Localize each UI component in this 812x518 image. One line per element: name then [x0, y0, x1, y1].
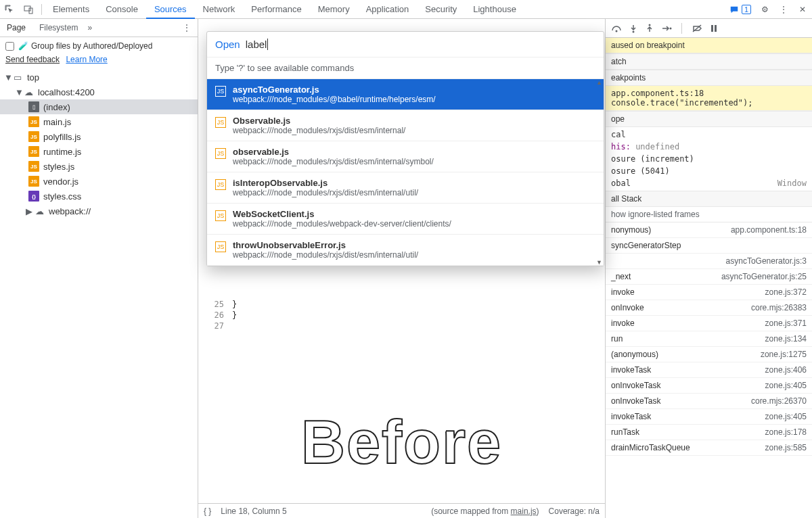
open-file-palette: Open label Type '?' to see available com…: [206, 31, 604, 266]
svg-point-4: [649, 24, 651, 26]
line-gutter: 25 26 27: [198, 295, 228, 331]
stack-frame[interactable]: (anonymous)zone.js:1275: [606, 347, 812, 362]
scope-body: cal his: undefined osure (increment) osu…: [606, 127, 812, 191]
palette-search-row[interactable]: Open label: [207, 32, 604, 57]
device-toggle-icon[interactable]: [19, 0, 38, 18]
palette-result[interactable]: JS Observable.jswebpack:///node_modules/…: [207, 110, 604, 141]
stack-frame[interactable]: invokezone.js:371: [606, 316, 812, 331]
watch-header[interactable]: atch: [606, 53, 812, 70]
tree-file-vendor[interactable]: JSvendor.js: [0, 174, 198, 189]
tab-elements[interactable]: Elements: [45, 0, 97, 18]
stack-frame[interactable]: onInvokecore.mjs:26383: [606, 300, 812, 316]
mapped-file-link[interactable]: main.js: [511, 507, 537, 516]
svg-point-3: [633, 30, 635, 32]
tab-security[interactable]: Security: [417, 0, 465, 18]
tree-top[interactable]: ▼▭top: [0, 70, 198, 85]
tab-sources[interactable]: Sources: [146, 0, 195, 19]
tree-file-index[interactable]: ▯(index): [0, 99, 198, 114]
svg-point-5: [670, 27, 672, 29]
stack-frame[interactable]: runzone.js:134: [606, 331, 812, 347]
stack-frame[interactable]: onInvokeTaskcore.mjs:26370: [606, 394, 812, 409]
subtab-more-icon[interactable]: »: [87, 23, 92, 32]
stack-frame[interactable]: nonymous)app.component.ts:18: [606, 222, 812, 238]
file-icon: JS: [215, 210, 226, 221]
tab-lighthouse[interactable]: Lighthouse: [465, 0, 524, 18]
stack-frame[interactable]: syncGeneratorStep: [606, 238, 812, 254]
tree-file-styles-css[interactable]: {}styles.css: [0, 189, 198, 204]
file-icon: JS: [215, 117, 226, 128]
pretty-print-icon[interactable]: { }: [204, 507, 211, 516]
stack-frame[interactable]: invokeTaskzone.js:405: [606, 409, 812, 425]
show-ignored-frames[interactable]: how ignore-listed frames: [606, 207, 812, 222]
scope-header[interactable]: ope: [606, 111, 812, 127]
stack-frame[interactable]: asyncToGenerator.js:3: [606, 254, 812, 269]
active-breakpoint[interactable]: app.component.ts:18 console.trace("incre…: [606, 86, 812, 111]
tree-file-runtime[interactable]: JSruntime.js: [0, 144, 198, 159]
paused-banner: aused on breakpoint: [606, 38, 812, 53]
step-into-icon[interactable]: [629, 24, 638, 33]
palette-result[interactable]: JS WebSocketClient.jswebpack:///node_mod…: [207, 204, 604, 235]
tab-network[interactable]: Network: [195, 0, 244, 18]
feedback-count: 1: [742, 5, 751, 14]
inspect-icon[interactable]: [0, 0, 19, 18]
feedback-badge[interactable]: 1: [725, 0, 755, 18]
file-icon: JS: [215, 179, 226, 190]
subtab-filesystem[interactable]: Filesystem: [32, 19, 85, 37]
tree-webpack[interactable]: ▶☁webpack://: [0, 204, 198, 218]
close-icon[interactable]: ✕: [793, 0, 812, 18]
svg-rect-8: [715, 25, 717, 32]
experiment-icon: 🧪: [18, 41, 28, 51]
file-tree: ▼▭top ▼☁localhost:4200 ▯(index) JSmain.j…: [0, 68, 198, 220]
scroll-up-icon[interactable]: ▲: [596, 79, 602, 86]
palette-result[interactable]: JS observable.jswebpack:///node_modules/…: [207, 141, 604, 172]
cursor-pos: Line 18, Column 5: [221, 507, 286, 516]
palette-result[interactable]: JS isInteropObservable.jswebpack:///node…: [207, 172, 604, 204]
settings-icon[interactable]: ⚙: [755, 0, 774, 18]
source-mapped: (source mapped from main.js): [431, 507, 539, 516]
stack-frame[interactable]: runTaskzone.js:178: [606, 425, 812, 440]
deactivate-breakpoints-icon[interactable]: [692, 24, 702, 33]
subtab-page[interactable]: Page: [0, 19, 32, 37]
palette-result[interactable]: JS throwUnobservableError.jswebpack:///n…: [207, 235, 604, 266]
scroll-down-icon[interactable]: ▼: [596, 259, 602, 266]
stack-frame[interactable]: _nextasyncToGenerator.js:25: [606, 269, 812, 285]
step-over-icon[interactable]: [611, 24, 622, 33]
kebab-icon[interactable]: ⋮: [774, 0, 793, 18]
tree-file-polyfills[interactable]: JSpolyfills.js: [0, 129, 198, 144]
tab-application[interactable]: Application: [358, 0, 418, 18]
group-files-label: Group files by Authored/Deployed: [31, 41, 152, 51]
palette-result[interactable]: JS asyncToGenerator.jswebpack:///node_mo…: [207, 79, 604, 110]
tree-file-main[interactable]: JSmain.js: [0, 114, 198, 129]
group-files-row: 🧪 Group files by Authored/Deployed: [0, 37, 198, 55]
file-icon: JS: [215, 86, 226, 97]
tree-host[interactable]: ▼☁localhost:4200: [0, 85, 198, 99]
palette-query: label: [246, 39, 269, 50]
before-watermark: Before: [301, 408, 502, 477]
stack-frame[interactable]: drainMicroTaskQueuezone.js:585: [606, 440, 812, 456]
debugger-toolbar: [606, 19, 812, 38]
tree-file-styles-js[interactable]: JSstyles.js: [0, 159, 198, 174]
learn-more-link[interactable]: Learn More: [66, 55, 107, 64]
step-icon[interactable]: [661, 24, 672, 33]
group-files-checkbox[interactable]: [5, 42, 14, 51]
call-stack: nonymous)app.component.ts:18 syncGenerat…: [606, 222, 812, 456]
coverage-label: Coverage: n/a: [549, 507, 600, 516]
stack-frame[interactable]: invokeTaskzone.js:406: [606, 362, 812, 378]
editor-statusbar: { } Line 18, Column 5 (source mapped fro…: [198, 503, 605, 518]
palette-results: JS asyncToGenerator.jswebpack:///node_mo…: [207, 79, 604, 266]
tab-performance[interactable]: Performance: [243, 0, 309, 18]
send-feedback-link[interactable]: Send feedback: [5, 55, 60, 64]
devtools-tabbar: Elements Console Sources Network Perform…: [0, 0, 812, 19]
pause-exceptions-icon[interactable]: [709, 24, 719, 33]
breakpoints-header[interactable]: eakpoints: [606, 70, 812, 86]
navigator-kebab-icon[interactable]: ⋮: [176, 23, 198, 32]
debugger-pane: aused on breakpoint atch eakpoints app.c…: [606, 19, 812, 518]
file-icon: JS: [215, 148, 226, 159]
step-out-icon[interactable]: [645, 24, 654, 33]
callstack-header[interactable]: all Stack: [606, 191, 812, 207]
tab-memory[interactable]: Memory: [310, 0, 358, 18]
svg-rect-7: [711, 25, 713, 32]
tab-console[interactable]: Console: [97, 0, 146, 18]
stack-frame[interactable]: onInvokeTaskzone.js:405: [606, 378, 812, 394]
stack-frame[interactable]: invokezone.js:372: [606, 285, 812, 300]
